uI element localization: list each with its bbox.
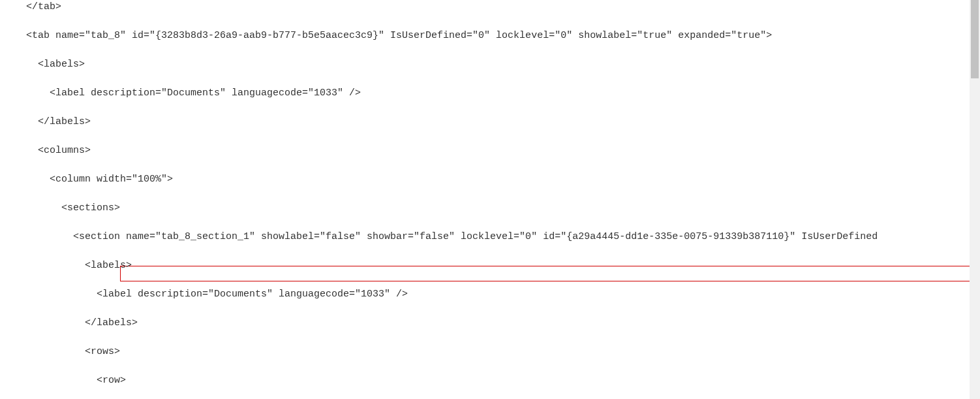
code-line: <section name="tab_8_section_1" showlabe… [26,230,980,244]
code-line: <rows> [26,345,980,359]
code-line: <labels> [26,57,980,72]
code-line: <tab name="tab_8" id="{3283b8d3-26a9-aab… [26,29,980,43]
code-line: <sections> [26,201,980,215]
code-line: <label description="Documents" languagec… [26,86,980,101]
code-line: </tab> [26,0,980,14]
xml-code-block: </tab> <tab name="tab_8" id="{3283b8d3-2… [0,0,980,399]
code-line: </labels> [26,115,980,129]
code-line: </labels> [26,316,980,330]
vertical-scrollbar-thumb[interactable] [971,0,979,78]
code-line: <label description="Documents" languagec… [26,287,980,302]
code-line: <row> [26,374,980,388]
code-line: <columns> [26,144,980,158]
code-line: <labels> [26,259,980,273]
code-line: <column width="100%"> [26,172,980,187]
